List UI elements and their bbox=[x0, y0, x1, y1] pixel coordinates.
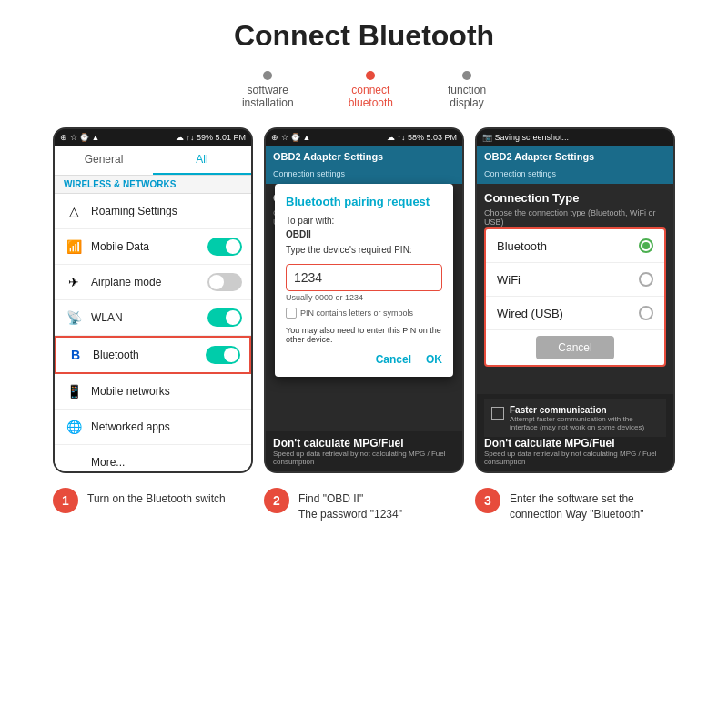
bt-radio-wifi[interactable] bbox=[639, 272, 653, 287]
phone1-tabs: General All bbox=[55, 146, 251, 176]
networkedapps-icon: 🌐 bbox=[64, 417, 84, 437]
phone-2: ⊕ ☆ ⌚ ▲ ☁ ↑↓ 58% 5:03 PM OBD2 Adapter Se… bbox=[264, 127, 464, 473]
phone3-conn-type-title: Connection Type bbox=[484, 191, 666, 205]
dialog-pair-with-label: To pair with: bbox=[286, 216, 442, 226]
bluetooth-label: Bluetooth bbox=[93, 349, 198, 361]
more-label: More... bbox=[91, 456, 242, 469]
phone2-dialog: Bluetooth pairing request To pair with: … bbox=[275, 184, 453, 377]
settings-item-airplane[interactable]: ✈ Airplane mode bbox=[55, 265, 251, 300]
phone3-mpg-sub: Speed up data retrieval by not calculati… bbox=[484, 450, 666, 466]
phone1-status-icons-left: ⊕ ☆ ⌚ ▲ bbox=[60, 133, 99, 142]
step-label-3: functiondisplay bbox=[448, 84, 486, 109]
settings-item-mobiledata[interactable]: 📶 Mobile Data bbox=[55, 229, 251, 265]
step-circle-1: 1 bbox=[53, 488, 78, 513]
dialog-pin-label: Type the device's required PIN: bbox=[286, 245, 442, 255]
settings-item-roaming[interactable]: △ Roaming Settings bbox=[55, 194, 251, 229]
phone1-status-bar: ⊕ ☆ ⌚ ▲ ☁ ↑↓ 59% 5:01 PM bbox=[55, 129, 251, 146]
settings-item-networkedapps[interactable]: 🌐 Networked apps bbox=[55, 410, 251, 445]
phone3-screenshot-label: 📷 Saving screenshot... bbox=[482, 133, 569, 142]
mobiledata-toggle[interactable] bbox=[207, 238, 242, 256]
phone3-app-title: OBD2 Adapter Settings bbox=[477, 146, 673, 167]
step-item-1: softwareinstallation bbox=[242, 71, 294, 109]
step-dot-3 bbox=[462, 71, 471, 80]
faster-comm-checkbox[interactable] bbox=[491, 407, 504, 420]
dialog-note: You may also need to enter this PIN on t… bbox=[286, 326, 442, 344]
bt-device-wired[interactable]: Wired (USB) bbox=[486, 297, 664, 330]
dialog-pair-with-value: OBDII bbox=[286, 229, 442, 239]
mobiledata-icon: 📶 bbox=[64, 237, 84, 257]
pin-checkbox-row: PIN contains letters or symbols bbox=[286, 308, 442, 318]
bluetooth-toggle[interactable] bbox=[206, 346, 240, 364]
phone1-status-icons-right: ☁ ↑↓ 59% 5:01 PM bbox=[176, 133, 246, 142]
phone2-mpg-title: Don't calculate MPG/Fuel bbox=[273, 437, 455, 450]
step-desc-1: Turn on the Bluetooth switch bbox=[87, 488, 226, 507]
roaming-label: Roaming Settings bbox=[91, 205, 242, 217]
phone3-bottom: Faster communication Attempt faster comm… bbox=[477, 394, 673, 471]
wlan-toggle[interactable] bbox=[207, 308, 242, 327]
page-title: Connect Bluetooth bbox=[0, 18, 728, 53]
step-label-1: softwareinstallation bbox=[242, 84, 294, 109]
step-item-2: connectbluetooth bbox=[349, 71, 393, 109]
phone2-status-right: ☁ ↑↓ 58% 5:03 PM bbox=[387, 133, 457, 142]
cancel-button[interactable]: Cancel bbox=[536, 336, 613, 359]
step-block-2: 2 Find "OBD II"The password "1234" bbox=[264, 488, 464, 522]
step-dot-1 bbox=[263, 71, 272, 80]
section-wireless: WIRELESS & NETWORKS bbox=[55, 176, 251, 194]
phone2-status-bar: ⊕ ☆ ⌚ ▲ ☁ ↑↓ 58% 5:03 PM bbox=[266, 129, 462, 146]
airplane-icon: ✈ bbox=[64, 272, 84, 292]
phone3-conn-type-sub: Choose the connection type (Bluetooth, W… bbox=[484, 208, 666, 227]
phone1-content: General All WIRELESS & NETWORKS △ Roamin… bbox=[55, 146, 251, 471]
step-block-1: 1 Turn on the Bluetooth switch bbox=[53, 488, 253, 522]
step-circle-3: 3 bbox=[475, 488, 500, 513]
phone2-sub-title: Connection settings bbox=[266, 167, 462, 184]
wlan-label: WLAN bbox=[91, 311, 200, 324]
wlan-icon: 📡 bbox=[64, 308, 84, 328]
airplane-toggle[interactable] bbox=[207, 273, 242, 291]
bt-device-bluetooth[interactable]: Bluetooth bbox=[486, 229, 664, 263]
bt-radio-wired[interactable] bbox=[639, 306, 653, 320]
phone2-app-title: OBD2 Adapter Settings bbox=[266, 146, 462, 167]
pin-checkbox[interactable] bbox=[286, 308, 297, 318]
phone-3: 📷 Saving screenshot... OBD2 Adapter Sett… bbox=[475, 127, 675, 473]
steps-indicator: softwareinstallation connectbluetooth fu… bbox=[0, 62, 728, 127]
phone3-content: OBD2 Adapter Settings Connection setting… bbox=[477, 146, 673, 471]
faster-comm-sub: Attempt faster communication with the in… bbox=[510, 415, 659, 431]
settings-item-more[interactable]: More... bbox=[55, 445, 251, 471]
bluetooth-icon: B bbox=[66, 345, 86, 365]
bt-radio-bluetooth[interactable] bbox=[639, 238, 653, 253]
mobilenetworks-label: Mobile networks bbox=[91, 385, 242, 398]
mobiledata-label: Mobile Data bbox=[91, 240, 200, 253]
pin-hint: Usually 0000 or 1234 bbox=[286, 293, 442, 302]
dialog-buttons: Cancel OK bbox=[286, 353, 442, 366]
dialog-cancel-btn[interactable]: Cancel bbox=[376, 353, 411, 366]
phone3-mpg-title: Don't calculate MPG/Fuel bbox=[484, 437, 666, 450]
phone3-sub-title: Connection settings bbox=[477, 167, 673, 184]
bt-device-wired-name: Wired (USB) bbox=[497, 307, 639, 320]
faster-comm: Faster communication Attempt faster comm… bbox=[484, 399, 666, 437]
phone-1: ⊕ ☆ ⌚ ▲ ☁ ↑↓ 59% 5:01 PM General All WIR… bbox=[53, 127, 253, 473]
settings-item-bluetooth[interactable]: B Bluetooth bbox=[55, 336, 251, 374]
dialog-ok-btn[interactable]: OK bbox=[426, 353, 442, 366]
tab-all[interactable]: All bbox=[153, 146, 251, 175]
settings-item-wlan[interactable]: 📡 WLAN bbox=[55, 300, 251, 336]
faster-comm-title: Faster communication bbox=[510, 405, 659, 415]
settings-item-mobilenetworks[interactable]: 📱 Mobile networks bbox=[55, 374, 251, 410]
phone2-content: OBD2 Adapter Settings Connection setting… bbox=[266, 146, 462, 471]
tab-general[interactable]: General bbox=[55, 146, 153, 175]
mobilenetworks-icon: 📱 bbox=[64, 381, 84, 401]
step-block-3: 3 Enter the software set the connection … bbox=[475, 488, 675, 522]
pin-checkbox-label: PIN contains letters or symbols bbox=[300, 308, 413, 318]
bt-device-wifi[interactable]: WiFi bbox=[486, 263, 664, 297]
faster-comm-text: Faster communication Attempt faster comm… bbox=[510, 405, 659, 431]
airplane-label: Airplane mode bbox=[91, 276, 200, 288]
pin-input-field[interactable] bbox=[286, 264, 442, 291]
step-label-2: connectbluetooth bbox=[349, 84, 393, 109]
page-header: Connect Bluetooth bbox=[0, 0, 728, 62]
dialog-title: Bluetooth pairing request bbox=[286, 195, 442, 208]
more-icon bbox=[64, 452, 84, 471]
networkedapps-label: Networked apps bbox=[91, 420, 242, 433]
phones-area: ⊕ ☆ ⌚ ▲ ☁ ↑↓ 59% 5:01 PM General All WIR… bbox=[0, 127, 728, 473]
phone2-mpg-sub: Speed up data retrieval by not calculati… bbox=[273, 450, 455, 466]
step-item-3: functiondisplay bbox=[448, 71, 486, 109]
faster-comm-row: Faster communication Attempt faster comm… bbox=[491, 405, 659, 431]
